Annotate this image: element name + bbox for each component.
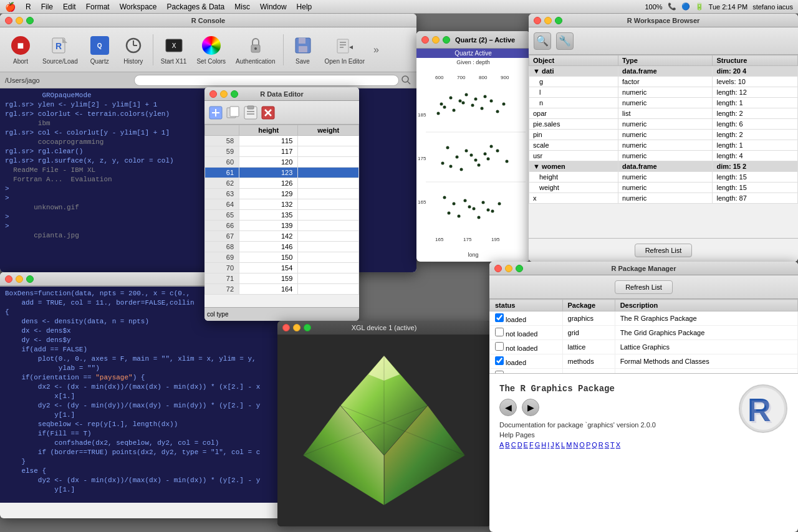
table-row[interactable]: 59117 (205, 146, 359, 157)
pkg-link-e[interactable]: E (524, 441, 528, 449)
de-min[interactable] (220, 90, 228, 98)
pkg-link-n[interactable]: N (573, 441, 578, 449)
pkg-max[interactable] (516, 265, 523, 272)
rgl-content[interactable] (277, 335, 491, 526)
table-row[interactable]: 69150 (205, 252, 359, 263)
table-row[interactable]: 72164 (205, 284, 359, 295)
traffic-lights-de[interactable] (209, 90, 238, 98)
traffic-lights-2[interactable] (5, 275, 34, 283)
pkg-forward-button[interactable]: ▶ (522, 399, 539, 416)
search-input[interactable] (134, 75, 399, 86)
table-row[interactable]: pin numeric length: 2 (529, 130, 798, 140)
table-row[interactable]: n numeric length: 1 (529, 98, 798, 108)
table-row[interactable]: 70154 (205, 263, 359, 273)
maximize-button-2[interactable] (26, 275, 34, 283)
pkg-link-l[interactable]: L (561, 441, 565, 449)
pkg-link-o[interactable]: O (579, 441, 585, 449)
wrench-button[interactable]: 🔧 (556, 32, 574, 50)
table-row[interactable]: 62126 (205, 178, 359, 189)
pkg-link-c[interactable]: C (511, 441, 516, 449)
table-row[interactable]: 63129 (205, 189, 359, 199)
history-button[interactable]: History (118, 32, 149, 67)
minimize-button-2[interactable] (16, 275, 23, 283)
table-row[interactable]: x numeric length: 87 (529, 193, 798, 204)
table-row[interactable]: usr numeric length: 4 (529, 151, 798, 161)
table-row[interactable]: g factor levels: 10 (529, 77, 798, 87)
pkg-link-p[interactable]: P (586, 441, 590, 449)
de-close[interactable] (209, 90, 217, 98)
pkg-back-button[interactable]: ◀ (499, 399, 517, 416)
wb-close[interactable] (534, 17, 541, 24)
pkg-link-q[interactable]: Q (592, 441, 597, 449)
de-max[interactable] (231, 90, 238, 98)
pkg-checkbox[interactable] (495, 328, 504, 336)
table-row[interactable]: not loaded lattice Lattice Graphics (490, 340, 798, 354)
traffic-lights-rgl[interactable] (282, 324, 311, 331)
pkg-link-a[interactable]: A (499, 441, 504, 449)
openeditor-button[interactable]: Open In Editor (321, 32, 368, 67)
rgl-max[interactable] (304, 324, 311, 331)
close-button[interactable] (5, 17, 12, 24)
table-row[interactable]: 66139 (205, 221, 359, 231)
table-row[interactable]: not loaded macy CAMs with CGV smoothness… (490, 369, 798, 374)
minimize-button[interactable] (16, 17, 23, 24)
quartz-button[interactable]: Q Quartz (84, 32, 115, 67)
abort-button[interactable]: ■ Abort (5, 32, 36, 67)
pkg-link-b[interactable]: B (505, 441, 509, 449)
table-row[interactable]: 71159 (205, 273, 359, 284)
table-row[interactable]: ▼ women data.frame dim: 15 2 (529, 161, 798, 172)
save-button[interactable]: Save (287, 32, 319, 67)
table-row[interactable]: 67142 (205, 231, 359, 242)
traffic-lights[interactable] (5, 17, 34, 24)
pkg-link-r[interactable]: R (598, 441, 603, 449)
pkg-close[interactable] (494, 265, 502, 272)
table-row[interactable]: 61123 (205, 168, 359, 178)
table-row[interactable]: 58115 (205, 136, 359, 146)
toolbar-more[interactable]: » (371, 42, 382, 58)
table-row[interactable]: not loaded grid The Grid Graphics Packag… (490, 326, 798, 340)
pkg-link-f[interactable]: F (529, 441, 534, 449)
traffic-lights-pkg[interactable] (494, 265, 523, 272)
quartz-max[interactable] (443, 36, 450, 44)
traffic-lights-quartz[interactable] (421, 36, 450, 44)
table-row[interactable]: 65135 (205, 210, 359, 221)
table-row[interactable]: l numeric length: 12 (529, 87, 798, 98)
quartz-min[interactable] (432, 36, 440, 44)
menu-misc[interactable]: Misc (234, 2, 250, 11)
pkg-checkbox[interactable] (495, 313, 504, 322)
authentication-button[interactable]: Authentication (232, 32, 279, 67)
pkg-link-x[interactable]: X (616, 441, 620, 449)
pkg-link-j[interactable]: J (550, 441, 554, 449)
quartz-close[interactable] (421, 36, 429, 44)
menu-help[interactable]: Help (297, 2, 312, 11)
setcolors-button[interactable]: Set Colors (193, 32, 229, 67)
search-magnify-button[interactable]: 🔍 (534, 32, 551, 50)
table-row[interactable]: scale numeric length: 1 (529, 140, 798, 151)
wb-max[interactable] (555, 17, 562, 24)
pkg-link-m[interactable]: M (566, 441, 572, 449)
pkg-link-k[interactable]: K (555, 441, 560, 449)
table-row[interactable]: ▼ dati data.frame dim: 20 4 (529, 66, 798, 77)
pkg-link-h[interactable]: H (541, 441, 546, 449)
pkg-link-d[interactable]: D (517, 441, 522, 449)
menu-r[interactable]: R (26, 2, 31, 11)
table-row[interactable]: 64132 (205, 199, 359, 210)
table-row[interactable]: opar list length: 2 (529, 108, 798, 119)
menu-edit[interactable]: Edit (63, 2, 76, 11)
table-row[interactable]: pie.sales numeric length: 6 (529, 119, 798, 130)
refresh-list-button[interactable]: Refresh List (635, 244, 693, 257)
table-row[interactable]: loaded graphics The R Graphics Package (490, 311, 798, 326)
menu-file[interactable]: File (41, 2, 53, 11)
pkg-min[interactable] (505, 265, 512, 272)
table-row[interactable]: height numeric length: 15 (529, 172, 798, 183)
table-row[interactable]: 60120 (205, 157, 359, 168)
maximize-button[interactable] (26, 17, 34, 24)
pkg-link-i[interactable]: I (547, 441, 549, 449)
pkg-link-t[interactable]: T (610, 441, 615, 449)
pkg-link-g[interactable]: G (535, 441, 541, 449)
pkg-refresh-button[interactable]: Refresh List (615, 280, 673, 294)
source-load-button[interactable]: R Source/Load (39, 32, 82, 67)
apple-menu[interactable]: 🍎 (5, 2, 16, 12)
startx11-button[interactable]: X Start X11 (157, 32, 191, 67)
table-row[interactable]: loaded methods Formal Methods and Classe… (490, 354, 798, 369)
